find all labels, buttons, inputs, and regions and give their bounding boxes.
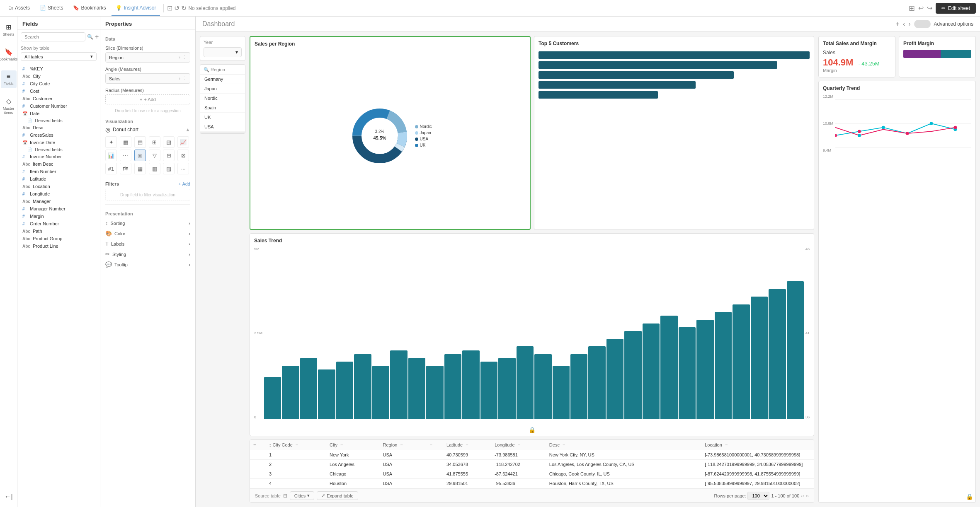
field-item-customer[interactable]: Abc Customer <box>17 95 100 102</box>
table-row[interactable]: 2 Los Angeles USA 34.053678 -118.242702 … <box>250 460 814 469</box>
tooltip-item[interactable]: 💬 Tooltip › <box>105 259 190 270</box>
region-japan[interactable]: Japan <box>200 84 245 94</box>
field-item-cost[interactable]: # Cost <box>17 87 100 95</box>
viz-pivot-icon[interactable]: ⊠ <box>177 150 189 161</box>
viz-donut-icon[interactable]: ◎ <box>134 150 146 161</box>
field-item-location[interactable]: Abc Location <box>17 183 100 190</box>
back-icon[interactable]: ↺ <box>174 4 180 12</box>
viz-small-multiples-icon[interactable]: ⊞ <box>149 136 160 148</box>
field-item-productgroup[interactable]: Abc Product Group <box>17 235 100 242</box>
field-item-productline[interactable]: Abc Product Line <box>17 242 100 250</box>
viz-mekko-icon[interactable]: ▥ <box>149 163 160 174</box>
fields-search-input[interactable] <box>21 32 85 41</box>
viz-kpi-icon[interactable]: #1 <box>105 163 117 174</box>
field-item-grosssales[interactable]: # GrossSales <box>17 131 100 139</box>
add-filter-button[interactable]: + Add <box>179 181 190 186</box>
sidebar-item-bookmarks[interactable]: 🔖 Bookmarks <box>1 46 17 64</box>
edit-sheet-button[interactable]: ✏ Edit sheet <box>936 3 976 14</box>
field-item-city[interactable]: Abc City <box>17 72 100 80</box>
expand-table-button[interactable]: ⤢ Expand table <box>317 491 358 500</box>
source-table-dropdown[interactable]: Cities ▾ <box>290 491 315 500</box>
field-item-managernumber[interactable]: # Manager Number <box>17 205 100 212</box>
viz-bar-icon[interactable]: ▦ <box>120 136 131 148</box>
tab-insight-advisor[interactable]: 💡 Insight Advisor <box>112 0 160 16</box>
region-usa[interactable]: USA <box>200 122 245 132</box>
viz-map-icon[interactable]: 🗺 <box>120 163 131 174</box>
undo-icon[interactable]: ↩ <box>918 4 924 12</box>
table-row[interactable]: 1 New York USA 40.730599 -73.986581 New … <box>250 450 814 460</box>
prev-icon[interactable]: ‹ <box>903 20 905 28</box>
region-uk[interactable]: UK <box>200 113 245 122</box>
angle-measure-chip[interactable]: Sales › ⋮ <box>105 73 190 84</box>
field-item-citycode[interactable]: # City Code <box>17 80 100 87</box>
field-item-ordernumber[interactable]: # Order Number <box>17 220 100 227</box>
rows-per-page-select[interactable]: 100 50 25 <box>747 492 769 500</box>
viz-combo-icon[interactable]: 📊 <box>105 150 117 161</box>
prev-page-icon[interactable]: ‹‹ <box>801 493 804 498</box>
forward-icon[interactable]: ↻ <box>181 4 187 12</box>
citycode-col-menu[interactable]: ≡ <box>296 442 298 447</box>
redo-icon[interactable]: ↪ <box>927 4 932 12</box>
field-item-margin[interactable]: # Margin <box>17 212 100 220</box>
grid-icon[interactable]: ⊞ <box>909 4 915 13</box>
field-item-invoicenumber[interactable]: # Invoice Number <box>17 153 100 160</box>
table-row[interactable]: 4 Houston USA 29.981501 -95.53836 Housto… <box>250 479 814 488</box>
derived-item-date-fields[interactable]: 📄 Derived fields <box>24 117 100 124</box>
region-nordic[interactable]: Nordic <box>200 94 245 103</box>
color-item[interactable]: 🎨 Color › <box>105 228 190 239</box>
field-item-pctkey[interactable]: # %KEY <box>17 65 100 72</box>
city-col-menu[interactable]: ≡ <box>340 442 343 447</box>
loc-col-menu[interactable]: ≡ <box>725 442 728 447</box>
viz-magic-icon[interactable]: ✦ <box>105 136 117 148</box>
tab-bookmarks[interactable]: 🔖 Bookmarks <box>69 0 110 16</box>
toggle-switch[interactable] <box>914 20 931 28</box>
sidebar-item-sheets[interactable]: ⊞ Sheets <box>1 21 17 39</box>
year-dropdown[interactable]: ▾ <box>204 47 242 57</box>
viz-waterfall-icon[interactable]: ▧ <box>163 136 175 148</box>
selection-icon[interactable]: ⊡ <box>167 4 172 12</box>
add-widget-icon[interactable]: + <box>896 20 900 28</box>
tab-assets[interactable]: 🗂 Assets <box>4 0 34 16</box>
lon-col-menu[interactable]: ≡ <box>518 442 520 447</box>
table-scroll[interactable]: ≡ ↕ City Code ≡ City ≡ Region ≡ ≡ Latitu… <box>250 440 814 488</box>
viz-stacked-icon[interactable]: ▤ <box>134 136 146 148</box>
tab-sheets[interactable]: 📄 Sheets <box>36 0 67 16</box>
viz-type-selector[interactable]: ◎ Donut chart ▲ <box>105 126 190 133</box>
viz-scatter-icon[interactable]: ⋯ <box>120 150 131 161</box>
table-select-dropdown[interactable]: All tables ▾ <box>21 52 97 61</box>
field-item-date[interactable]: 📅 Date <box>17 110 100 117</box>
sidebar-item-collapse[interactable]: ←| <box>1 490 17 503</box>
field-item-itemdesc[interactable]: Abc Item Desc <box>17 160 100 168</box>
field-item-path[interactable]: Abc Path <box>17 227 100 235</box>
viz-line-icon[interactable]: 📈 <box>177 136 189 148</box>
region-germany[interactable]: Germany <box>200 75 245 84</box>
viz-treemap-icon[interactable]: ▦ <box>134 163 146 174</box>
table-row[interactable]: 3 Chicago USA 41.875555 -87.624421 Chica… <box>250 469 814 479</box>
region-spain[interactable]: Spain <box>200 103 245 113</box>
viz-histogram-icon[interactable]: ▨ <box>163 163 175 174</box>
viz-more-icon[interactable]: ··· <box>177 163 189 174</box>
field-item-manager[interactable]: Abc Manager <box>17 198 100 205</box>
field-item-customernumber[interactable]: # Customer Number <box>17 102 100 110</box>
next-page-icon[interactable]: ›› <box>806 493 809 498</box>
field-item-latitude[interactable]: # Latitude <box>17 175 100 183</box>
labels-item[interactable]: T Labels › <box>105 239 190 249</box>
viz-funnel-icon[interactable]: ▽ <box>149 150 160 161</box>
derived-item-invoice-fields[interactable]: 📄 Derived fields <box>24 146 100 153</box>
add-field-icon[interactable]: + <box>95 33 99 41</box>
field-item-itemnumber[interactable]: # Item Number <box>17 168 100 175</box>
sorting-item[interactable]: ↕ Sorting › <box>105 218 190 228</box>
search-icon[interactable]: 🔍 <box>87 34 93 40</box>
next-icon[interactable]: › <box>908 20 910 28</box>
field-item-longitude[interactable]: # Longitude <box>17 190 100 198</box>
desc-col-menu[interactable]: ≡ <box>563 442 565 447</box>
sidebar-item-fields[interactable]: ≡ Fields <box>1 70 17 88</box>
styling-item[interactable]: ✏ Styling › <box>105 249 190 259</box>
field-item-invoicedate[interactable]: 📅 Invoice Date <box>17 139 100 146</box>
viz-table-icon[interactable]: ⊟ <box>163 150 175 161</box>
slice-dimension-chip[interactable]: Region › ⋮ <box>105 52 190 63</box>
add-radius-button[interactable]: + + Add <box>105 94 190 104</box>
region-col-menu[interactable]: ≡ <box>400 442 403 447</box>
sidebar-item-master-items[interactable]: ◇ Master items <box>1 95 17 117</box>
viz-collapse-icon[interactable]: ▲ <box>185 127 190 133</box>
